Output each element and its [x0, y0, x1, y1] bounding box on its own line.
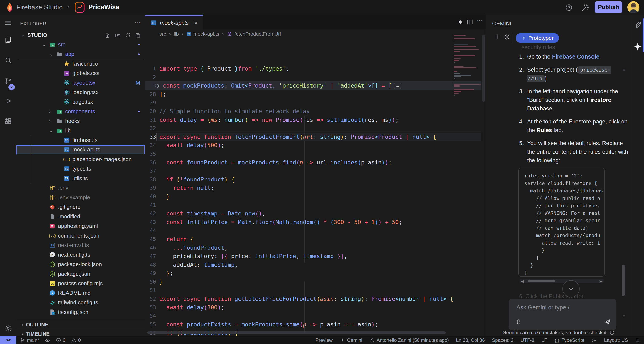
- code-line-53[interactable]: 53 await delay(300);: [145, 303, 482, 312]
- minimap[interactable]: [453, 35, 482, 119]
- code-line-42[interactable]: 42 const timestamp = Date.now();: [145, 209, 482, 218]
- tree-item-next-env-d-ts[interactable]: TSnext-env.d.ts: [16, 241, 145, 250]
- code-line-52[interactable]: 52export async function getLatestPriceFo…: [145, 294, 482, 303]
- status-errors[interactable]: 0: [56, 338, 66, 343]
- code-area[interactable]: 1import type { Product }from './types';2…: [145, 39, 486, 333]
- code-line-47[interactable]: 47 priceHistory: [{ price: initialPrice,…: [145, 252, 482, 260]
- code-line-43[interactable]: 43 const initialPrice = Math.floor(Math.…: [145, 218, 482, 226]
- status-preview[interactable]: Preview: [316, 338, 332, 343]
- rules-code-block[interactable]: rules_version = '2';service cloud.firest…: [518, 168, 605, 277]
- settings-gear-icon[interactable]: [4, 324, 12, 332]
- status-sync[interactable]: [45, 338, 50, 343]
- code-line-50[interactable]: 50}: [145, 277, 482, 286]
- code-line-44[interactable]: 44: [145, 226, 482, 235]
- status-gemini[interactable]: Gemini: [340, 338, 362, 343]
- prototyper-mode-pill[interactable]: Prototyper: [516, 33, 559, 43]
- breadcrumb[interactable]: src › lib › TS mock-api.ts › fetchProduc…: [145, 29, 486, 39]
- scroll-to-bottom-button[interactable]: [562, 280, 580, 297]
- editor-more-actions-icon[interactable]: ⋯: [476, 16, 483, 25]
- tree-item-tsconfig-json[interactable]: TStsconfig.json: [16, 308, 145, 317]
- code-line-1[interactable]: 1import type { Product }from './types';: [145, 64, 482, 73]
- explorer-icon[interactable]: [4, 36, 12, 44]
- code-line-48[interactable]: 48 addedAt: timestamp,: [145, 260, 482, 269]
- code-line-36[interactable]: 36 const foundProduct = mockProducts.fin…: [145, 158, 482, 167]
- status-feedback[interactable]: [592, 338, 597, 343]
- status-keyboard-layout[interactable]: Layout: US: [604, 338, 628, 343]
- tree-item-apphosting-yaml[interactable]: apphosting.yaml: [16, 222, 145, 231]
- tree-item-components-json[interactable]: {..}components.json: [16, 231, 145, 240]
- tree-item--gitignore[interactable]: .gitignore: [16, 202, 145, 212]
- code-line-41[interactable]: 41: [145, 201, 482, 209]
- code-line-3[interactable]: 3❯const mockProducts: Omit<Product, 'pri…: [145, 81, 482, 90]
- status-encoding[interactable]: UTF-8: [520, 338, 534, 343]
- editor-vertical-scrollbar[interactable]: [482, 35, 485, 102]
- status-language-mode[interactable]: {}TypeScript: [554, 338, 584, 343]
- gemini-input[interactable]: Ask Gemini or type /: [508, 299, 616, 330]
- tree-item-types-ts[interactable]: TStypes.ts: [16, 164, 145, 173]
- tree-item-package-lock-json[interactable]: JSpackage-lock.json: [16, 260, 145, 269]
- extensions-icon[interactable]: [4, 117, 12, 125]
- gemini-sparkle-icon[interactable]: [457, 18, 464, 26]
- code-line-32[interactable]: 32: [145, 124, 482, 133]
- status-eol[interactable]: LF: [542, 338, 547, 343]
- tree-item-favicon-ico[interactable]: favicon.ico: [16, 59, 145, 68]
- remote-indicator[interactable]: ><: [0, 336, 16, 344]
- tree-item-mock-api-ts[interactable]: TSmock-api.ts: [16, 145, 145, 154]
- tree-item-page-tsx[interactable]: page.tsx: [16, 97, 145, 107]
- tree-item--env-example[interactable]: .env.example: [16, 193, 145, 202]
- tree-item-placeholder-images-json[interactable]: {..}placeholder-images.json: [16, 155, 145, 164]
- code-line-30[interactable]: 30// Simple function to simulate network…: [145, 107, 482, 116]
- tree-item--modified[interactable]: .modified: [16, 212, 145, 221]
- outline-section[interactable]: › OUTLINE: [16, 320, 145, 329]
- tree-item-tailwind-config-ts[interactable]: tailwind.config.ts: [16, 298, 145, 307]
- tree-item-loading-tsx[interactable]: loading.tsx: [16, 88, 145, 97]
- firebase-studio-leaf-icon[interactable]: [634, 20, 642, 29]
- scroll-down-arrow-icon[interactable]: ▼: [622, 314, 626, 318]
- status-git-branch[interactable]: main*: [20, 338, 39, 343]
- magic-wand-icon[interactable]: [581, 4, 589, 12]
- tree-item-package-json[interactable]: JSpackage.json: [16, 269, 145, 279]
- gemini-star-icon[interactable]: [633, 42, 642, 51]
- status-blame[interactable]: Antonello Zanini (56 minutes ago): [370, 338, 449, 343]
- code-line-54[interactable]: 54: [145, 312, 482, 320]
- help-icon[interactable]: [565, 4, 573, 11]
- new-chat-icon[interactable]: [494, 33, 501, 41]
- code-line-39[interactable]: 39 return null;: [145, 183, 482, 192]
- tree-item-layout-tsx[interactable]: layout.tsxM: [16, 78, 145, 87]
- code-line-37[interactable]: 37: [145, 167, 482, 175]
- tree-item-lib[interactable]: ⌄lib: [16, 126, 145, 135]
- tree-item-next-config-ts[interactable]: Nnext.config.ts: [16, 250, 145, 259]
- tree-item-utils-ts[interactable]: TSutils.ts: [16, 174, 145, 183]
- code-line-45[interactable]: 45 return {: [145, 235, 482, 243]
- code-line-34[interactable]: 34 await delay(500);: [145, 141, 482, 150]
- tree-item-hooks[interactable]: ›hooks: [16, 116, 145, 126]
- gemini-settings-icon[interactable]: [503, 33, 511, 41]
- code-line-51[interactable]: 51: [145, 286, 482, 295]
- status-notifications[interactable]: [635, 338, 641, 343]
- tree-item-app[interactable]: ⌄app•: [16, 50, 145, 59]
- code-line-40[interactable]: 40 }: [145, 192, 482, 201]
- code-line-33[interactable]: 33export async function fetchProductFrom…: [145, 133, 482, 141]
- run-debug-icon[interactable]: [4, 97, 12, 105]
- tree-item-globals-css[interactable]: cssglobals.css: [16, 69, 145, 78]
- source-control-icon[interactable]: [4, 77, 12, 85]
- fold-chevron-icon[interactable]: ❯: [157, 81, 160, 90]
- search-icon[interactable]: [4, 56, 12, 64]
- tree-item-src[interactable]: ⌄<>src•: [16, 40, 145, 49]
- code-line-38[interactable]: 38 if (!foundProduct) {: [145, 175, 482, 184]
- code-line-31[interactable]: 31const delay = (ms: number) => new Prom…: [145, 116, 482, 124]
- status-cursor-position[interactable]: Ln 33, Col 36: [456, 338, 485, 343]
- avatar[interactable]: [628, 1, 639, 13]
- tree-item-postcss-config-mjs[interactable]: JSpostcss.config.mjs: [16, 279, 145, 288]
- send-icon[interactable]: [604, 318, 611, 326]
- editor-horizontal-scrollbar[interactable]: [147, 332, 446, 334]
- tree-item-readme-md[interactable]: iREADME.md: [16, 288, 145, 298]
- status-indentation[interactable]: Spaces: 2: [492, 338, 514, 343]
- firebase-console-link[interactable]: Firebase Console: [552, 54, 600, 60]
- tab-close-icon[interactable]: ×: [194, 19, 198, 26]
- rules-horizontal-scrollbar[interactable]: ◀ ▶: [520, 279, 604, 283]
- code-line-35[interactable]: 35: [145, 150, 482, 158]
- attach-paperclip-icon[interactable]: [515, 319, 522, 325]
- code-line-49[interactable]: 49 };: [145, 269, 482, 277]
- code-line-46[interactable]: 46 ...foundProduct,: [145, 243, 482, 252]
